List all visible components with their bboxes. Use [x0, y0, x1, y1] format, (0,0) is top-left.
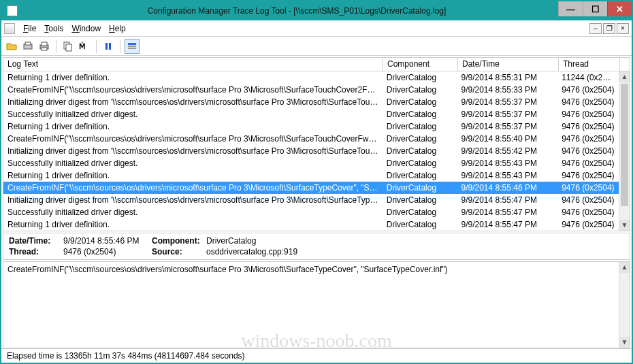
cell-thread: 9476 (0x2504)	[557, 208, 619, 217]
vertical-scrollbar[interactable]: ▲ ▼	[619, 71, 630, 231]
svg-rect-8	[106, 43, 108, 50]
entry-scrollbar[interactable]: ▲ ▼	[619, 262, 630, 348]
cell-component: DriverCatalog	[383, 110, 457, 119]
cell-component: DriverCatalog	[383, 171, 457, 180]
pause-button[interactable]	[101, 39, 116, 54]
column-header-datetime[interactable]: Date/Time	[458, 58, 559, 71]
cell-logtext: CreateFromINF("\\sccm\sources\os\drivers…	[3, 85, 383, 95]
open-button[interactable]	[4, 39, 19, 54]
close-button[interactable]: ✕	[607, 1, 632, 16]
table-row[interactable]: Returning 1 driver definition.DriverCata…	[3, 218, 619, 231]
minimize-button[interactable]: —	[558, 1, 583, 16]
menu-bar: File Tools Window Help – ❐ ×	[1, 20, 632, 37]
table-row[interactable]: Initializing driver digest from '\\sccm\…	[3, 145, 619, 157]
mdi-minimize-button[interactable]: –	[589, 23, 602, 34]
cell-datetime: 9/9/2014 8:55:47 PM	[457, 220, 558, 229]
cell-thread: 9476 (0x2504)	[557, 183, 619, 193]
cell-logtext: Successfully initialized driver digest.	[3, 159, 383, 168]
highlight-button[interactable]	[125, 39, 140, 54]
cell-logtext: Successfully initialized driver digest.	[3, 110, 383, 119]
table-row[interactable]: CreateFromINF("\\sccm\sources\os\drivers…	[3, 133, 619, 145]
label-component: Component:	[152, 236, 206, 247]
cell-thread: 11244 (0x2BEC	[557, 73, 619, 82]
cell-thread: 9476 (0x2504)	[557, 171, 619, 180]
print-button[interactable]	[37, 39, 52, 54]
cell-thread: 9476 (0x2504)	[557, 97, 619, 107]
svg-rect-1	[25, 42, 31, 45]
scroll-down-icon[interactable]: ▼	[619, 337, 630, 348]
table-row[interactable]: Initializing driver digest from '\\sccm\…	[3, 96, 619, 108]
column-header-logtext[interactable]: Log Text	[3, 58, 383, 71]
cell-datetime: 9/9/2014 8:55:47 PM	[457, 195, 558, 205]
cell-logtext: Initializing driver digest from '\\sccm\…	[3, 146, 383, 156]
cell-thread: 9476 (0x2504)	[557, 220, 619, 229]
status-text: Elapsed time is 13365h 11m 37s 484ms (48…	[7, 351, 245, 361]
cell-datetime: 9/9/2014 8:55:42 PM	[457, 146, 558, 156]
menu-tools[interactable]: Tools	[40, 24, 67, 33]
cell-logtext: Initializing driver digest from '\\sccm\…	[3, 195, 383, 205]
table-row[interactable]: Initializing driver digest from '\\sccm\…	[3, 194, 619, 206]
cell-component: DriverCatalog	[383, 134, 457, 144]
cell-datetime: 9/9/2014 8:55:40 PM	[457, 134, 558, 144]
value-thread: 9476 (0x2504)	[63, 247, 152, 258]
cell-logtext: Returning 1 driver definition.	[3, 220, 383, 229]
mdi-close-button[interactable]: ×	[617, 23, 629, 34]
menu-file[interactable]: File	[19, 24, 40, 33]
details-pane: Date/Time: 9/9/2014 8:55:46 PM Component…	[3, 233, 630, 260]
app-icon	[7, 5, 18, 16]
cell-component: DriverCatalog	[383, 73, 457, 82]
table-row[interactable]: Returning 1 driver definition.DriverCata…	[3, 71, 619, 84]
cell-thread: 9476 (0x2504)	[557, 146, 619, 156]
toolbar: Ṁ	[1, 37, 632, 56]
cell-datetime: 9/9/2014 8:55:46 PM	[457, 183, 558, 193]
table-row[interactable]: Successfully initialized driver digest.D…	[3, 157, 619, 169]
svg-rect-4	[42, 48, 47, 50]
label-datetime: Date/Time:	[9, 236, 63, 247]
document-icon	[4, 23, 15, 34]
cell-logtext: CreateFromINF("\\sccm\sources\os\drivers…	[3, 183, 383, 193]
scroll-thumb[interactable]	[621, 84, 628, 206]
maximize-button[interactable]: ☐	[583, 1, 607, 16]
cell-thread: 9476 (0x2504)	[557, 134, 619, 144]
column-header-component[interactable]: Component	[383, 58, 458, 71]
cell-logtext: CreateFromINF("\\sccm\sources\os\drivers…	[3, 134, 383, 144]
full-entry-text[interactable]: CreateFromINF("\\sccm\sources\os\drivers…	[7, 265, 626, 274]
cell-component: DriverCatalog	[383, 195, 457, 205]
cell-datetime: 9/9/2014 8:55:37 PM	[457, 110, 558, 119]
cell-logtext: Successfully initialized driver digest.	[3, 208, 383, 217]
svg-rect-6	[66, 44, 71, 51]
cell-datetime: 9/9/2014 8:55:31 PM	[457, 73, 558, 82]
table-row[interactable]: Returning 1 driver definition.DriverCata…	[3, 120, 619, 133]
svg-rect-10	[128, 43, 136, 45]
cell-component: DriverCatalog	[383, 97, 457, 107]
column-header-thread[interactable]: Thread	[559, 58, 620, 71]
value-datetime: 9/9/2014 8:55:46 PM	[63, 236, 152, 247]
cell-logtext: Returning 1 driver definition.	[3, 122, 383, 131]
svg-rect-12	[128, 48, 136, 49]
cell-component: DriverCatalog	[383, 146, 457, 156]
cell-component: DriverCatalog	[383, 85, 457, 95]
table-row[interactable]: Successfully initialized driver digest.D…	[3, 206, 619, 218]
table-row[interactable]: CreateFromINF("\\sccm\sources\os\drivers…	[3, 84, 619, 96]
table-row[interactable]: CreateFromINF("\\sccm\sources\os\drivers…	[3, 182, 619, 194]
menu-help[interactable]: Help	[105, 24, 130, 33]
find-button[interactable]: Ṁ	[77, 39, 92, 54]
scroll-down-icon[interactable]: ▼	[619, 220, 630, 231]
print-setup-button[interactable]	[20, 39, 35, 54]
grid-rows: Returning 1 driver definition.DriverCata…	[3, 71, 619, 231]
label-thread: Thread:	[9, 247, 63, 258]
scroll-up-icon[interactable]: ▲	[619, 262, 630, 273]
cell-datetime: 9/9/2014 8:55:43 PM	[457, 159, 558, 168]
table-row[interactable]: Successfully initialized driver digest.D…	[3, 108, 619, 120]
cell-thread: 9476 (0x2504)	[557, 159, 619, 168]
table-row[interactable]: Returning 1 driver definition.DriverCata…	[3, 169, 619, 182]
copy-button[interactable]	[61, 39, 76, 54]
mdi-restore-button[interactable]: ❐	[603, 23, 615, 34]
cell-component: DriverCatalog	[383, 122, 457, 131]
label-source: Source:	[152, 247, 206, 258]
status-bar: Elapsed time is 13365h 11m 37s 484ms (48…	[1, 348, 632, 362]
menu-window[interactable]: Window	[67, 24, 105, 33]
cell-datetime: 9/9/2014 8:55:43 PM	[457, 171, 558, 180]
full-entry-pane: CreateFromINF("\\sccm\sources\os\drivers…	[3, 261, 630, 348]
scroll-up-icon[interactable]: ▲	[619, 71, 630, 82]
